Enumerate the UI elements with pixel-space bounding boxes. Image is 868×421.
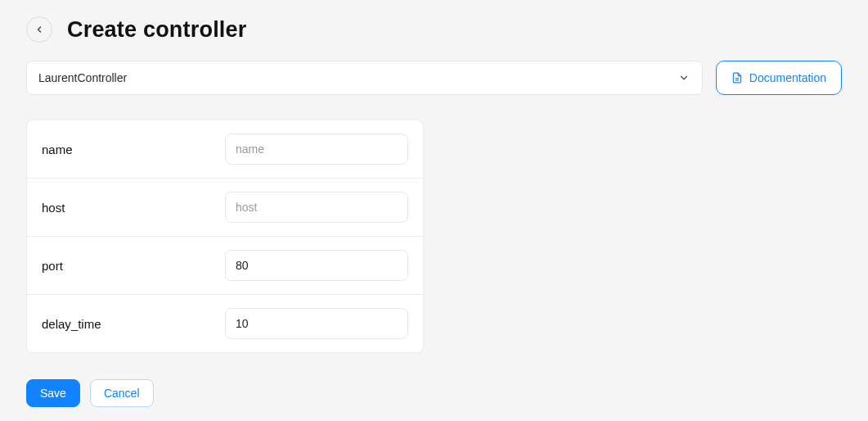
controller-type-select-wrap: LaurentController bbox=[26, 61, 703, 95]
page-title: Create controller bbox=[67, 17, 246, 43]
back-button[interactable] bbox=[26, 16, 52, 43]
header-row: Create controller bbox=[26, 16, 842, 43]
delay-time-input[interactable] bbox=[225, 308, 408, 339]
form-card: name host port delay_time bbox=[26, 120, 424, 353]
host-input[interactable] bbox=[225, 192, 408, 223]
controller-type-select[interactable]: LaurentController bbox=[26, 61, 703, 95]
port-input[interactable] bbox=[225, 250, 408, 281]
form-row-delay-time: delay_time bbox=[27, 295, 423, 352]
name-input[interactable] bbox=[225, 134, 408, 165]
form-row-port: port bbox=[27, 237, 423, 295]
cancel-button[interactable]: Cancel bbox=[90, 379, 154, 407]
documentation-button[interactable]: Documentation bbox=[716, 61, 842, 95]
actions: Save Cancel bbox=[26, 379, 842, 407]
save-button[interactable]: Save bbox=[26, 379, 80, 407]
chevron-left-icon bbox=[34, 25, 44, 34]
host-label: host bbox=[42, 201, 65, 215]
port-label: port bbox=[42, 259, 63, 273]
top-controls: LaurentController Documentation bbox=[26, 61, 842, 95]
documentation-label: Documentation bbox=[749, 71, 826, 84]
delay-time-label: delay_time bbox=[42, 317, 101, 331]
name-label: name bbox=[42, 143, 73, 156]
form-row-name: name bbox=[27, 120, 423, 179]
form-row-host: host bbox=[27, 179, 423, 237]
document-icon bbox=[731, 72, 743, 84]
